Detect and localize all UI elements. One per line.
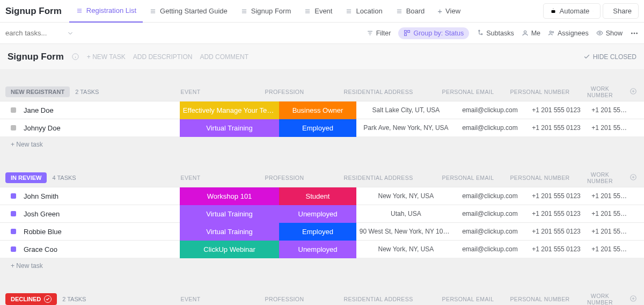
tab-getting-started-guide[interactable]: Getting Started Guide: [143, 0, 234, 23]
table-row[interactable]: Josh Green Virtual Training Unemployed U…: [0, 205, 644, 222]
tab-view[interactable]: +View: [431, 0, 467, 23]
groupby-button[interactable]: Group by: Status: [398, 27, 469, 39]
address-cell[interactable]: Utah, USA: [356, 210, 456, 217]
address-cell[interactable]: 90 West St, New York, NY 10006, U...: [356, 228, 456, 235]
task-name[interactable]: Grace Coo: [24, 245, 57, 253]
tab-signup-form[interactable]: Signup Form: [234, 0, 297, 23]
chevron-down-icon[interactable]: [67, 30, 74, 37]
task-name[interactable]: John Smith: [24, 192, 58, 200]
automate-button[interactable]: Automate: [543, 3, 601, 19]
task-name[interactable]: Josh Green: [24, 210, 60, 218]
tab-location[interactable]: Location: [339, 0, 389, 23]
filter-button[interactable]: Filter: [367, 30, 391, 37]
status-pill[interactable]: IN REVIEW: [5, 172, 47, 183]
top-bar: Signup Form Registration ListGetting Sta…: [0, 0, 644, 23]
svg-point-20: [553, 9, 553, 9]
event-cell[interactable]: Virtual Training: [180, 119, 279, 137]
work-number-cell[interactable]: +1 201 555 012: [588, 192, 633, 200]
tasks-count: 2 TASKS: [62, 296, 86, 302]
work-number-cell[interactable]: +1 201 555 012: [588, 245, 633, 253]
profession-cell[interactable]: Student: [279, 187, 356, 205]
info-icon[interactable]: [71, 53, 79, 61]
email-cell[interactable]: email@clickup.com: [456, 106, 524, 114]
address-cell[interactable]: New York, NY, USA: [356, 245, 456, 253]
status-pill[interactable]: NEW REGISTRANT: [5, 86, 70, 97]
email-cell[interactable]: email@clickup.com: [456, 124, 524, 132]
page-title: Signup Form: [5, 6, 62, 17]
personal-number-cell[interactable]: +1 201 555 0123: [524, 228, 589, 235]
tab-event[interactable]: Event: [297, 0, 339, 23]
email-cell[interactable]: email@clickup.com: [456, 228, 524, 235]
new-task-link[interactable]: + NEW TASK: [87, 53, 126, 61]
check-icon: [583, 53, 590, 60]
group-icon: [404, 30, 411, 37]
list-header: Signup Form + NEW TASK ADD DESCRIPTION A…: [0, 44, 644, 70]
subtasks-button[interactable]: Subtasks: [477, 30, 514, 37]
event-cell[interactable]: Virtual Training: [180, 223, 279, 241]
profession-cell[interactable]: Employed: [279, 119, 356, 137]
address-cell[interactable]: Salt Lake City, UT, USA: [356, 106, 456, 114]
me-button[interactable]: Me: [522, 30, 540, 37]
email-cell[interactable]: email@clickup.com: [456, 245, 524, 253]
new-task-button[interactable]: + New task: [0, 136, 644, 152]
tab-board[interactable]: Board: [389, 0, 431, 23]
table-row[interactable]: Jane Doe Effectively Manage Your Team! B…: [0, 101, 644, 119]
profession-cell[interactable]: Unemployed: [279, 241, 356, 258]
personal-number-cell[interactable]: +1 201 555 0123: [524, 245, 589, 253]
svg-rect-31: [405, 34, 407, 36]
task-name[interactable]: Jane Doe: [24, 106, 54, 114]
share-button[interactable]: Share: [603, 3, 639, 19]
filter-bar: Filter Group by: Status Subtasks Me Assi…: [0, 23, 644, 44]
show-button[interactable]: Show: [596, 30, 623, 37]
status-dot[interactable]: [11, 229, 16, 234]
table-row[interactable]: John Smith Workshop 101 Student New York…: [0, 187, 644, 205]
event-cell[interactable]: Effectively Manage Your Team!: [180, 101, 279, 119]
work-number-cell[interactable]: +1 201 555 012: [588, 210, 633, 217]
add-column-button[interactable]: [628, 88, 639, 96]
email-cell[interactable]: email@clickup.com: [456, 192, 524, 200]
tab-registration-list[interactable]: Registration List: [69, 0, 143, 23]
status-dot[interactable]: [11, 246, 16, 252]
personal-number-cell[interactable]: +1 201 555 0123: [524, 106, 589, 114]
status-dot[interactable]: [11, 107, 16, 113]
table-row[interactable]: Robbie Blue Virtual Training Employed 90…: [0, 222, 644, 240]
show-label: Show: [606, 30, 623, 37]
task-name[interactable]: Robbie Blue: [24, 228, 62, 236]
personal-number-cell[interactable]: +1 201 555 0123: [524, 210, 589, 217]
address-cell[interactable]: Park Ave, New York, NY, USA: [356, 124, 456, 132]
more-icon[interactable]: [630, 29, 639, 38]
new-task-button[interactable]: + New task: [0, 258, 644, 274]
work-number-cell[interactable]: +1 201 555 012: [588, 228, 633, 235]
profession-cell[interactable]: Unemployed: [279, 205, 356, 223]
profession-cell[interactable]: Business Owner: [279, 101, 356, 119]
task-name[interactable]: Johnyy Doe: [24, 124, 61, 132]
work-number-cell[interactable]: +1 201 555 012: [588, 124, 633, 132]
event-cell[interactable]: Workshop 101: [180, 187, 279, 205]
add-desc-link[interactable]: ADD DESCRIPTION: [133, 53, 193, 61]
status-dot[interactable]: [11, 193, 16, 199]
me-label: Me: [531, 30, 540, 37]
profession-cell[interactable]: Employed: [279, 223, 356, 241]
svg-point-32: [479, 30, 480, 31]
work-number-cell[interactable]: +1 201 555 012: [588, 106, 633, 114]
event-cell[interactable]: Virtual Training: [180, 205, 279, 223]
personal-number-cell[interactable]: +1 201 555 0123: [524, 124, 589, 132]
list-title[interactable]: Signup Form: [8, 52, 64, 62]
add-column-button[interactable]: [628, 295, 639, 303]
search-input[interactable]: [5, 29, 59, 37]
hide-closed-button[interactable]: HIDE CLOSED: [583, 53, 636, 61]
address-cell[interactable]: New York, NY, USA: [356, 192, 456, 200]
table-row[interactable]: Grace Coo ClickUp Webinar Unemployed New…: [0, 240, 644, 258]
status-pill[interactable]: DECLINED: [5, 293, 57, 305]
table-row[interactable]: Johnyy Doe Virtual Training Employed Par…: [0, 119, 644, 136]
assignees-button[interactable]: Assignees: [548, 30, 589, 37]
group-header: IN REVIEW 4 TASKS EVENTPROFESSIONRESIDEN…: [0, 169, 644, 187]
group-header: DECLINED 2 TASKS EVENTPROFESSIONRESIDENT…: [0, 290, 644, 305]
status-dot[interactable]: [11, 211, 16, 216]
add-comment-link[interactable]: ADD COMMENT: [200, 53, 248, 61]
event-cell[interactable]: ClickUp Webinar: [180, 241, 279, 258]
email-cell[interactable]: email@clickup.com: [456, 210, 524, 217]
add-column-button[interactable]: [628, 173, 639, 182]
personal-number-cell[interactable]: +1 201 555 0123: [524, 192, 589, 200]
status-dot[interactable]: [11, 125, 16, 130]
